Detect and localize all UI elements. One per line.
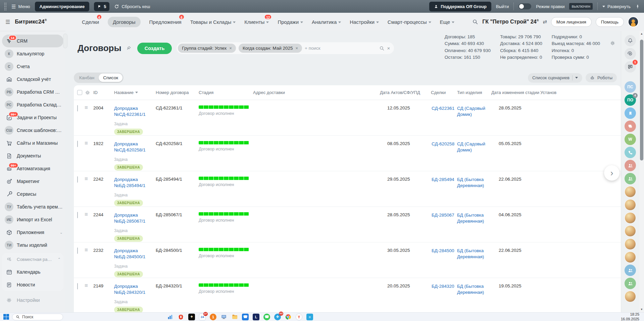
sidebar-item-Документы[interactable]: Документы [0, 149, 65, 162]
stage-progress-bar[interactable] [199, 141, 249, 144]
rail-app-ПО[interactable]: ПО4 [625, 94, 636, 106]
sidebar-item-Сайты и Магазины[interactable]: Сайты и Магазины [0, 137, 65, 149]
scrollbar-thumb[interactable] [640, 40, 643, 160]
scroll-up-icon[interactable]: ▲ [639, 32, 644, 35]
tab-Клиенты[interactable]: Клиенты12 [244, 19, 269, 25]
product-type-link[interactable]: БД (Бытовка Деревянная) [457, 207, 491, 224]
deal-link[interactable]: СД-622361 [431, 100, 457, 111]
rail-user-avatar[interactable] [625, 199, 636, 211]
columns-gear-icon[interactable] [85, 90, 93, 96]
row-checkbox[interactable] [77, 283, 78, 289]
contract-name-link[interactable]: Допродажа №БД-284320/1 [114, 283, 156, 295]
user-avatar[interactable] [628, 16, 639, 27]
product-type-link[interactable]: СД (Садовый Домик) [457, 136, 491, 153]
column-header-Установ[interactable]: Установ [540, 90, 621, 95]
contract-name-link[interactable]: Допродажа №БД-284500/1 [114, 248, 156, 260]
rail-bookmark-icon[interactable] [625, 107, 636, 119]
contract-name-link[interactable]: Допродажа №БД-285067/1 [114, 212, 156, 224]
remove-filter-icon[interactable]: × [229, 46, 232, 51]
deal-link[interactable]: БД-285067 [431, 207, 457, 218]
vertical-scrollbar[interactable]: ▲ ▼ [639, 31, 644, 312]
sidebar-item-Импорт из Excel[interactable]: ИЕИмпорт из Excel [0, 213, 65, 226]
sidebar-item-Сервисы[interactable]: Сервисы [0, 188, 65, 200]
windows-start-button[interactable] [3, 314, 9, 320]
row-checkbox[interactable] [77, 212, 78, 218]
reset-cache-button[interactable]: Сбросить кеш [114, 4, 150, 9]
support-button[interactable]: Поддержка Off Group [429, 2, 491, 11]
row-checkbox[interactable] [77, 247, 78, 254]
row-menu-icon[interactable]: ≡ [85, 242, 93, 253]
sidebar-item-Типы изделий[interactable]: ТИТипы изделий [0, 239, 65, 251]
copilot-spiral[interactable] [625, 48, 636, 59]
tab-Предложения[interactable]: Предложения6 [149, 19, 182, 25]
taskbar-icon-chrome[interactable] [285, 314, 292, 320]
rail-people-icon[interactable] [625, 278, 636, 289]
scenario-list-button[interactable]: Список сценариев [528, 73, 582, 83]
sidebar-item-settings[interactable]: Настройки [0, 294, 65, 307]
select-all-checkbox[interactable] [77, 90, 82, 95]
row-checkbox[interactable] [77, 105, 78, 111]
stage-progress-bar[interactable] [199, 248, 249, 251]
scroll-down-icon[interactable]: ▼ [639, 308, 644, 311]
column-header-Адрес доставки[interactable]: Адрес доставки [253, 90, 380, 95]
tab-Сделки[interactable]: Сделки4 [82, 19, 99, 25]
pin-icon[interactable] [635, 4, 640, 9]
row-menu-icon[interactable]: ≡ [85, 171, 93, 182]
search-placeholder[interactable]: + поиск [305, 46, 377, 51]
taskbar-icon-photos-app[interactable]: ✦ [188, 314, 195, 320]
switch-portal-icon[interactable]: ⇄ [543, 19, 547, 25]
rail-user-avatar[interactable] [625, 291, 636, 302]
taskbar-icon-phone-link[interactable]: ☎ [242, 314, 249, 320]
taskbar-icon-yandex-browser[interactable]: Y [296, 314, 302, 320]
remove-filter-icon[interactable]: × [295, 46, 298, 51]
stage-progress-bar[interactable] [199, 283, 249, 287]
messenger-chat[interactable]: 1 [625, 61, 636, 73]
search-icon[interactable] [472, 19, 478, 25]
contract-name-link[interactable]: Допродажа №СД-620258/1 [114, 141, 156, 153]
column-header-Название[interactable]: Название [114, 90, 156, 95]
column-header-Дата Актов/СФ/УПД[interactable]: Дата Актов/СФ/УПД [380, 90, 431, 95]
taskbar-icon-system-monitor[interactable] [220, 314, 227, 320]
logout-button[interactable]: Выйти [496, 4, 509, 9]
sidebar-group-header[interactable]: Совместная работа⌃ [2, 253, 63, 266]
expand-button[interactable]: Развернуть [602, 4, 631, 9]
portal-name[interactable]: ГК "Петро Строй" 24® [482, 19, 539, 25]
column-header-Номер договора[interactable]: Номер договора [156, 90, 199, 95]
rail-phone-icon[interactable] [625, 147, 636, 158]
stage-progress-bar[interactable] [199, 212, 249, 216]
row-checkbox[interactable] [77, 141, 78, 147]
rail-user-avatar[interactable] [625, 225, 636, 237]
pin-page-icon[interactable] [126, 46, 131, 51]
rail-contact-cards-icon[interactable] [625, 121, 636, 132]
row-menu-icon[interactable]: ≡ [85, 278, 93, 288]
column-header-ID[interactable]: ID [93, 90, 114, 95]
tab-Аналитика[interactable]: Аналитика [312, 19, 341, 25]
taskbar-clock[interactable]: 18:25 16.09.2025 [621, 312, 641, 321]
sidebar-item-Складской учёт[interactable]: Складской учёт [0, 73, 65, 86]
deal-link[interactable]: БД-285494 [431, 171, 457, 183]
administration-button[interactable]: Администрирование [35, 2, 90, 11]
rail-user-avatar[interactable] [625, 238, 636, 250]
deal-link[interactable]: БД-284500 [431, 242, 457, 254]
rail-app-W[interactable]: W [625, 134, 636, 145]
product-type-link[interactable]: БД (Бытовка Деревянная) [457, 278, 491, 295]
robots-button[interactable]: Роботы [586, 73, 617, 82]
tab-Товары и Склады[interactable]: Товары и Склады [190, 19, 236, 25]
tab-Смарт-процессы[interactable]: Смарт-процессы [388, 19, 431, 25]
column-header-Сделки[interactable]: Сделки [431, 90, 457, 95]
sidebar-item-Приложения[interactable]: Приложения⌄ [0, 226, 65, 239]
notifications-counter[interactable]: 5 [94, 2, 109, 11]
create-button[interactable]: Создать [137, 43, 172, 54]
clear-search-icon[interactable]: × [387, 45, 390, 51]
notifications-bell[interactable] [625, 35, 636, 46]
rail-people-icon[interactable] [625, 160, 636, 171]
admin-menu-button[interactable]: ☰ Меню [11, 4, 30, 9]
bitrix24-logo[interactable]: Битрикс24® [15, 18, 47, 25]
rail-user-avatar[interactable] [625, 212, 636, 224]
taskbar-search-input[interactable]: Поиск [12, 314, 63, 320]
taskbar-icon-telegram[interactable]: ✈63 [274, 314, 281, 320]
tab-Продажи[interactable]: Продажи [278, 19, 303, 25]
sidebar-item-Разработка Складског...[interactable]: РСРазработка Складског... [0, 98, 65, 111]
deal-link[interactable]: СД-620258 [431, 136, 457, 147]
sidebar-item-CRM[interactable]: 14CRM [2, 35, 63, 47]
